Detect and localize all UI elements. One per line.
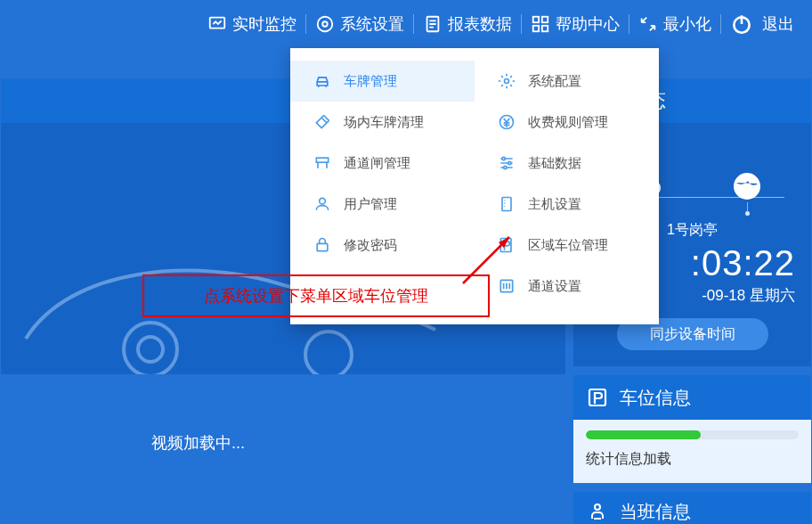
parking-stat-label: 统计信息加载 <box>586 450 799 469</box>
car-icon <box>313 72 331 90</box>
parking-info-title: 车位信息 <box>620 386 691 410</box>
menu-plate-cleanup[interactable]: 场内车牌清理 <box>290 102 475 143</box>
menu-base-data[interactable]: 基础数据 <box>475 143 659 184</box>
gate-icon <box>313 154 331 172</box>
nav-exit[interactable]: 退出 <box>721 0 803 48</box>
nav-report[interactable]: 报表数据 <box>414 0 521 48</box>
nav-help[interactable]: 帮助中心 <box>522 0 629 48</box>
broom-icon <box>313 113 331 131</box>
menu-label: 基础数据 <box>528 155 581 172</box>
svg-rect-20 <box>502 198 511 211</box>
svg-rect-4 <box>533 17 539 22</box>
svg-point-25 <box>734 173 760 200</box>
dropdown-col-left: 车牌管理 场内车牌清理 通道闸管理 用户管理 修改密码 <box>290 61 475 307</box>
help-icon <box>531 14 550 34</box>
svg-point-13 <box>320 198 326 204</box>
video-loading-text: 视频加载中... <box>151 432 245 454</box>
server-icon <box>498 195 516 213</box>
nav-settings-label: 系统设置 <box>340 13 404 35</box>
nav-exit-label: 退出 <box>762 13 794 35</box>
svg-point-19 <box>504 166 507 168</box>
duty-info-title: 当班信息 <box>620 500 691 524</box>
menu-change-password[interactable]: 修改密码 <box>290 225 475 266</box>
annotation-arrow-icon <box>459 226 522 289</box>
svg-point-2 <box>318 17 333 32</box>
svg-point-15 <box>505 79 509 84</box>
menu-gate-manage[interactable]: 通道闸管理 <box>290 143 475 184</box>
svg-rect-14 <box>317 243 328 250</box>
top-nav: 实时监控 系统设置 报表数据 帮助中心 最小化 退出 <box>0 0 812 48</box>
parking-progress-fill <box>586 430 701 439</box>
menu-label: 区域车位管理 <box>528 237 608 254</box>
lock-icon <box>313 236 331 254</box>
menu-label: 系统配置 <box>528 73 581 90</box>
svg-rect-7 <box>542 26 548 31</box>
sliders-icon <box>498 154 516 172</box>
menu-user-manage[interactable]: 用户管理 <box>290 184 475 225</box>
menu-label: 通道闸管理 <box>344 155 410 172</box>
monitor-icon <box>207 14 227 34</box>
menu-plate-manage[interactable]: 车牌管理 <box>290 61 475 102</box>
nav-help-label: 帮助中心 <box>556 13 620 35</box>
nav-settings[interactable]: 系统设置 <box>306 0 413 48</box>
report-icon <box>423 14 443 34</box>
power-icon <box>730 12 753 36</box>
gear-icon <box>498 72 516 90</box>
menu-label: 修改密码 <box>344 237 397 254</box>
parking-info-body: 统计信息加载 <box>573 420 811 483</box>
menu-host-settings[interactable]: 主机设置 <box>475 184 659 225</box>
svg-point-1 <box>322 21 328 27</box>
svg-rect-6 <box>533 26 539 31</box>
user-icon <box>313 195 331 213</box>
duty-info-header[interactable]: 当班信息 <box>573 492 811 524</box>
menu-label: 主机设置 <box>528 196 581 213</box>
globe-status-icon <box>731 170 763 216</box>
svg-point-10 <box>138 337 163 362</box>
svg-rect-12 <box>316 158 328 162</box>
svg-rect-5 <box>542 17 548 22</box>
svg-point-11 <box>305 332 352 374</box>
annotation-box: 点系统设置下菜单区域车位管理 <box>142 274 490 317</box>
nav-monitor-label: 实时监控 <box>232 13 296 35</box>
svg-point-17 <box>502 157 505 160</box>
duty-person-icon <box>586 500 609 523</box>
nav-report-label: 报表数据 <box>448 13 512 35</box>
parking-progress-bar <box>586 430 799 439</box>
nav-monitor[interactable]: 实时监控 <box>199 0 305 48</box>
yen-icon <box>498 113 516 131</box>
menu-system-config[interactable]: 系统配置 <box>475 61 659 102</box>
parking-info-header[interactable]: 车位信息 <box>573 375 811 420</box>
menu-label: 通道设置 <box>528 278 581 295</box>
menu-label: 用户管理 <box>344 196 397 213</box>
annotation-text: 点系统设置下菜单区域车位管理 <box>204 285 428 307</box>
svg-point-27 <box>595 504 600 510</box>
svg-point-18 <box>508 161 511 164</box>
nav-minimize[interactable]: 最小化 <box>629 0 720 48</box>
settings-icon <box>315 14 335 34</box>
menu-fee-rules[interactable]: 收费规则管理 <box>475 102 659 143</box>
sync-time-label: 同步设备时间 <box>650 325 735 344</box>
svg-point-9 <box>124 323 177 374</box>
minimize-icon <box>638 14 658 34</box>
nav-minimize-label: 最小化 <box>663 13 711 35</box>
menu-label: 车牌管理 <box>344 73 397 90</box>
menu-label: 场内车牌清理 <box>344 114 424 131</box>
parking-p-icon <box>586 386 609 409</box>
menu-label: 收费规则管理 <box>528 114 608 131</box>
